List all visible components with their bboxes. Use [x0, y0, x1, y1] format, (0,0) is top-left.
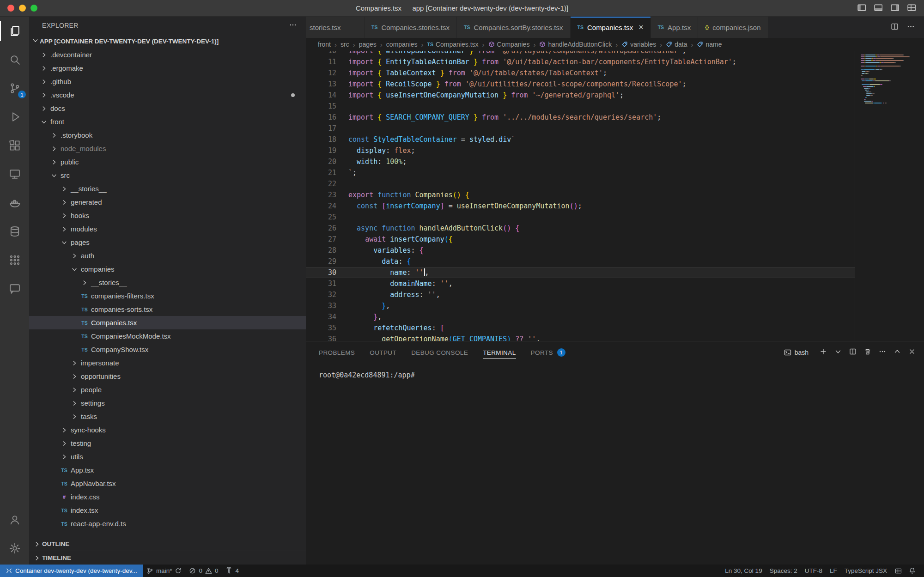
tree-item[interactable]: people [29, 383, 306, 396]
activity-settings[interactable] [0, 534, 29, 563]
tree-item[interactable]: modules [29, 222, 306, 236]
tree-item[interactable]: hooks [29, 209, 306, 222]
close-tab-button[interactable]: × [638, 23, 644, 31]
explorer-more-actions-button[interactable] [289, 21, 297, 30]
editor-tab-companies-tsx[interactable]: TSCompanies.tsx× [571, 17, 651, 38]
breadcrumb-item-front[interactable]: front [318, 41, 331, 48]
tree-item[interactable]: settings [29, 396, 306, 410]
tree-item[interactable]: src [29, 169, 306, 182]
breadcrumb-item-companies[interactable]: companies [386, 41, 418, 48]
panel-tab-debug-console[interactable]: DEBUG CONSOLE [411, 341, 468, 364]
tree-item[interactable]: opportunities [29, 370, 306, 383]
forwarded-ports-status[interactable]: 4 [222, 565, 243, 577]
cursor-position[interactable]: Ln 30, Col 19 [721, 565, 766, 577]
breadcrumb-item-data[interactable]: data [666, 41, 687, 48]
breadcrumb-item-pages[interactable]: pages [359, 41, 377, 48]
panel-tab-output[interactable]: OUTPUT [370, 341, 396, 364]
activity-database[interactable] [0, 217, 29, 246]
activity-test-explorer[interactable] [0, 246, 29, 274]
editor-tab-stories-tsx[interactable]: stories.tsx [306, 17, 365, 38]
toggle-secondary-sidebar-button[interactable] [890, 3, 899, 14]
tree-item[interactable]: sync-hooks [29, 423, 306, 437]
tree-item[interactable]: #index.css [29, 490, 306, 504]
activity-source-control[interactable]: 1 [0, 74, 29, 103]
breadcrumb-item-src[interactable]: src [340, 41, 349, 48]
activity-remote-explorer[interactable] [0, 160, 29, 188]
encoding[interactable]: UTF-8 [801, 565, 826, 577]
customize-layout-button[interactable] [906, 3, 916, 14]
toggle-panel-button[interactable] [873, 3, 882, 14]
notifications-button[interactable] [905, 565, 919, 577]
eol[interactable]: LF [826, 565, 841, 577]
breadcrumb-item-companies[interactable]: Companies [488, 41, 530, 48]
editor-tab-companies-stories-tsx[interactable]: TSCompanies.stories.tsx [365, 17, 457, 38]
panel-tab-problems[interactable]: PROBLEMS [319, 341, 355, 364]
tree-item[interactable]: .storybook [29, 128, 306, 142]
tree-item[interactable]: testing [29, 437, 306, 450]
problems-status[interactable]: 00 [185, 565, 222, 577]
tree-item[interactable]: .github [29, 75, 306, 88]
breadcrumb-item-variables[interactable]: variables [621, 41, 656, 48]
zoom-window-button[interactable] [30, 5, 37, 12]
tree-item[interactable]: public [29, 155, 306, 169]
minimap[interactable] [855, 51, 924, 341]
minimize-window-button[interactable] [19, 5, 26, 12]
tree-item[interactable]: .vscode [29, 88, 306, 102]
tree-item[interactable]: utils [29, 450, 306, 463]
close-panel-button[interactable] [908, 348, 916, 357]
code-content[interactable]: 10import { WithTopBarContainer } from '@… [306, 51, 855, 341]
tree-item[interactable]: auth [29, 249, 306, 262]
tree-item[interactable]: node_modules [29, 142, 306, 155]
breadcrumb-item-handleaddbuttonclick[interactable]: handleAddButtonClick [539, 41, 612, 48]
tree-item[interactable]: impersonate [29, 356, 306, 370]
tree-item[interactable]: generated [29, 195, 306, 209]
maximize-panel-button[interactable] [894, 348, 901, 357]
terminal-more-actions-button[interactable] [879, 348, 886, 357]
tree-item[interactable]: TSAppNavbar.tsx [29, 477, 306, 490]
tree-item[interactable]: TSCompaniesMockMode.tsx [29, 329, 306, 343]
tree-item[interactable]: TSreact-app-env.d.ts [29, 517, 306, 530]
remote-indicator[interactable]: Container dev-twenty-dev (dev-twenty-dev… [0, 565, 143, 577]
split-terminal-button[interactable] [849, 348, 857, 357]
tree-item[interactable]: __stories__ [29, 276, 306, 289]
activity-docker[interactable] [0, 188, 29, 217]
activity-accounts[interactable] [0, 505, 29, 534]
indentation[interactable]: Spaces: 2 [766, 565, 801, 577]
tree-item[interactable]: TSindex.tsx [29, 504, 306, 517]
terminal-output[interactable]: root@0a42ecd84891:/app# [306, 364, 924, 565]
tree-item[interactable]: .devcontainer [29, 48, 306, 61]
tree-item[interactable]: __stories__ [29, 182, 306, 195]
layout-button[interactable] [891, 565, 905, 577]
editor-tab-companies-json[interactable]: {}companies.json [698, 17, 768, 38]
sidebar-section-timeline[interactable]: TIMELINE [29, 551, 306, 565]
tree-item[interactable]: tasks [29, 410, 306, 423]
breadcrumb-item-companies-tsx[interactable]: TSCompanies.tsx [427, 41, 479, 48]
workspace-section-header[interactable]: APP [CONTAINER DEV-TWENTY-DEV (DEV-TWENT… [29, 34, 306, 48]
tree-item[interactable]: .ergomake [29, 61, 306, 75]
new-terminal-button[interactable] [820, 348, 827, 357]
panel-tab-terminal[interactable]: TERMINAL [483, 341, 516, 364]
tree-item[interactable]: TSApp.tsx [29, 463, 306, 477]
activity-run-and-debug[interactable] [0, 103, 29, 131]
activity-comments[interactable] [0, 274, 29, 303]
tree-item[interactable]: front [29, 115, 306, 128]
shell-selector[interactable]: bash [784, 349, 808, 356]
editor-tab-app-tsx[interactable]: TSApp.tsx [651, 17, 698, 38]
launch-profile-button[interactable] [834, 348, 842, 357]
sidebar-section-outline[interactable]: OUTLINE [29, 537, 306, 551]
branch-status[interactable]: main* [143, 565, 186, 577]
tree-item[interactable]: TScompanies-filters.tsx [29, 289, 306, 303]
close-window-button[interactable] [7, 5, 14, 12]
tree-item[interactable]: docs [29, 102, 306, 115]
breadcrumb-item-name[interactable]: name [697, 41, 722, 48]
tree-item[interactable]: TSCompanies.tsx [29, 316, 306, 329]
kill-terminal-button[interactable] [864, 348, 871, 357]
tree-item[interactable]: TSCompanyShow.tsx [29, 343, 306, 356]
tree-item[interactable]: companies [29, 262, 306, 276]
tree-item[interactable]: TScompanies-sorts.tsx [29, 303, 306, 316]
activity-search[interactable] [0, 45, 29, 74]
panel-tab-ports[interactable]: PORTS1 [531, 341, 565, 364]
language-mode[interactable]: TypeScript JSX [841, 565, 891, 577]
editor-tab-companies-sortby-stories-tsx[interactable]: TSCompanies.sortBy.stories.tsx [457, 17, 571, 38]
toggle-primary-sidebar-button[interactable] [857, 3, 866, 14]
